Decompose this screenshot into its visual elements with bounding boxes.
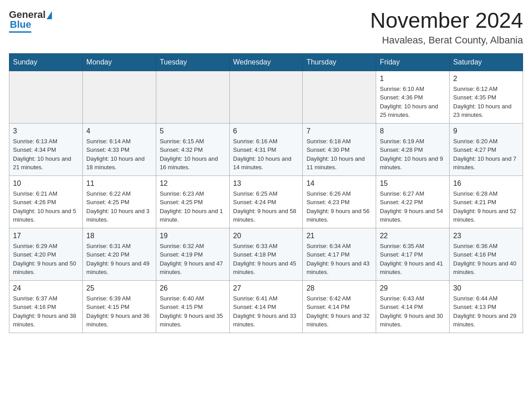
day-info: Sunrise: 6:29 AMSunset: 4:20 PMDaylight:… <box>13 242 79 277</box>
calendar-table: SundayMondayTuesdayWednesdayThursdayFrid… <box>9 53 523 333</box>
day-number: 22 <box>380 232 446 240</box>
day-info: Sunrise: 6:13 AMSunset: 4:34 PMDaylight:… <box>13 137 79 172</box>
calendar-header-wednesday: Wednesday <box>229 53 303 71</box>
day-info: Sunrise: 6:23 AMSunset: 4:25 PMDaylight:… <box>160 189 226 224</box>
day-info: Sunrise: 6:19 AMSunset: 4:28 PMDaylight:… <box>380 137 446 172</box>
day-number: 5 <box>160 127 226 135</box>
day-info: Sunrise: 6:27 AMSunset: 4:22 PMDaylight:… <box>380 189 446 224</box>
day-info: Sunrise: 6:33 AMSunset: 4:18 PMDaylight:… <box>233 242 299 277</box>
calendar-week-row: 17Sunrise: 6:29 AMSunset: 4:20 PMDayligh… <box>9 228 523 280</box>
calendar-cell: 3Sunrise: 6:13 AMSunset: 4:34 PMDaylight… <box>9 123 83 176</box>
day-info: Sunrise: 6:15 AMSunset: 4:32 PMDaylight:… <box>160 137 226 172</box>
logo-blue-text: Blue <box>9 19 31 33</box>
day-info: Sunrise: 6:44 AMSunset: 4:13 PMDaylight:… <box>453 294 519 329</box>
day-number: 17 <box>13 232 79 240</box>
day-info: Sunrise: 6:31 AMSunset: 4:20 PMDaylight:… <box>86 242 152 277</box>
day-number: 30 <box>453 284 519 292</box>
calendar-cell: 21Sunrise: 6:34 AMSunset: 4:17 PMDayligh… <box>303 228 376 280</box>
calendar-cell: 7Sunrise: 6:18 AMSunset: 4:30 PMDaylight… <box>303 123 376 176</box>
calendar-cell <box>156 71 229 123</box>
location-title: Havaleas, Berat County, Albania <box>370 34 523 46</box>
day-number: 14 <box>306 180 372 188</box>
calendar-header-row: SundayMondayTuesdayWednesdayThursdayFrid… <box>9 53 523 71</box>
day-info: Sunrise: 6:22 AMSunset: 4:25 PMDaylight:… <box>86 189 152 224</box>
day-info: Sunrise: 6:40 AMSunset: 4:15 PMDaylight:… <box>160 294 226 329</box>
calendar-cell: 12Sunrise: 6:23 AMSunset: 4:25 PMDayligh… <box>156 176 229 228</box>
day-number: 10 <box>13 180 79 188</box>
calendar-cell: 8Sunrise: 6:19 AMSunset: 4:28 PMDaylight… <box>376 123 450 176</box>
day-number: 2 <box>453 75 519 83</box>
calendar-cell: 17Sunrise: 6:29 AMSunset: 4:20 PMDayligh… <box>9 228 83 280</box>
calendar-cell: 5Sunrise: 6:15 AMSunset: 4:32 PMDaylight… <box>156 123 229 176</box>
day-number: 12 <box>160 180 226 188</box>
calendar-cell: 6Sunrise: 6:16 AMSunset: 4:31 PMDaylight… <box>229 123 303 176</box>
day-info: Sunrise: 6:39 AMSunset: 4:15 PMDaylight:… <box>86 294 152 329</box>
day-info: Sunrise: 6:34 AMSunset: 4:17 PMDaylight:… <box>306 242 372 277</box>
day-info: Sunrise: 6:25 AMSunset: 4:24 PMDaylight:… <box>233 189 299 224</box>
calendar-cell: 1Sunrise: 6:10 AMSunset: 4:36 PMDaylight… <box>376 71 450 123</box>
day-number: 19 <box>160 232 226 240</box>
calendar-header-monday: Monday <box>82 53 156 71</box>
day-info: Sunrise: 6:42 AMSunset: 4:14 PMDaylight:… <box>306 294 372 329</box>
logo: General Blue <box>9 9 52 33</box>
day-info: Sunrise: 6:16 AMSunset: 4:31 PMDaylight:… <box>233 137 299 172</box>
day-number: 3 <box>13 127 79 135</box>
calendar-header-sunday: Sunday <box>9 53 83 71</box>
calendar-cell <box>303 71 376 123</box>
calendar-cell: 4Sunrise: 6:14 AMSunset: 4:33 PMDaylight… <box>82 123 156 176</box>
calendar-cell: 26Sunrise: 6:40 AMSunset: 4:15 PMDayligh… <box>156 280 229 333</box>
day-number: 4 <box>86 127 152 135</box>
month-title: November 2024 <box>370 9 523 33</box>
calendar-cell: 23Sunrise: 6:36 AMSunset: 4:16 PMDayligh… <box>450 228 523 280</box>
day-number: 25 <box>86 284 152 292</box>
calendar-cell: 13Sunrise: 6:25 AMSunset: 4:24 PMDayligh… <box>229 176 303 228</box>
day-info: Sunrise: 6:21 AMSunset: 4:26 PMDaylight:… <box>13 189 79 224</box>
day-info: Sunrise: 6:14 AMSunset: 4:33 PMDaylight:… <box>86 137 152 172</box>
day-number: 27 <box>233 284 299 292</box>
calendar-cell: 16Sunrise: 6:28 AMSunset: 4:21 PMDayligh… <box>450 176 523 228</box>
day-info: Sunrise: 6:32 AMSunset: 4:19 PMDaylight:… <box>160 242 226 277</box>
day-number: 21 <box>306 232 372 240</box>
day-info: Sunrise: 6:28 AMSunset: 4:21 PMDaylight:… <box>453 189 519 224</box>
calendar-cell: 27Sunrise: 6:41 AMSunset: 4:14 PMDayligh… <box>229 280 303 333</box>
calendar-cell: 22Sunrise: 6:35 AMSunset: 4:17 PMDayligh… <box>376 228 450 280</box>
day-number: 23 <box>453 232 519 240</box>
calendar-cell: 9Sunrise: 6:20 AMSunset: 4:27 PMDaylight… <box>450 123 523 176</box>
day-number: 7 <box>306 127 372 135</box>
calendar-cell: 19Sunrise: 6:32 AMSunset: 4:19 PMDayligh… <box>156 228 229 280</box>
calendar-header-thursday: Thursday <box>303 53 376 71</box>
day-info: Sunrise: 6:41 AMSunset: 4:14 PMDaylight:… <box>233 294 299 329</box>
day-number: 20 <box>233 232 299 240</box>
day-info: Sunrise: 6:26 AMSunset: 4:23 PMDaylight:… <box>306 189 372 224</box>
calendar-header-friday: Friday <box>376 53 450 71</box>
day-info: Sunrise: 6:12 AMSunset: 4:35 PMDaylight:… <box>453 85 519 120</box>
calendar-cell: 10Sunrise: 6:21 AMSunset: 4:26 PMDayligh… <box>9 176 83 228</box>
day-info: Sunrise: 6:37 AMSunset: 4:16 PMDaylight:… <box>13 294 79 329</box>
calendar-week-row: 1Sunrise: 6:10 AMSunset: 4:36 PMDaylight… <box>9 71 523 123</box>
calendar-cell: 29Sunrise: 6:43 AMSunset: 4:14 PMDayligh… <box>376 280 450 333</box>
day-number: 1 <box>380 75 446 83</box>
day-number: 15 <box>380 180 446 188</box>
day-number: 11 <box>86 180 152 188</box>
logo-triangle-icon <box>47 11 52 19</box>
day-number: 29 <box>380 284 446 292</box>
day-number: 24 <box>13 284 79 292</box>
day-number: 9 <box>453 127 519 135</box>
calendar-cell <box>82 71 156 123</box>
page-header: General Blue November 2024 Havaleas, Ber… <box>9 9 523 46</box>
calendar-header-tuesday: Tuesday <box>156 53 229 71</box>
calendar-cell: 20Sunrise: 6:33 AMSunset: 4:18 PMDayligh… <box>229 228 303 280</box>
calendar-cell: 24Sunrise: 6:37 AMSunset: 4:16 PMDayligh… <box>9 280 83 333</box>
day-number: 13 <box>233 180 299 188</box>
day-number: 16 <box>453 180 519 188</box>
calendar-cell: 14Sunrise: 6:26 AMSunset: 4:23 PMDayligh… <box>303 176 376 228</box>
calendar-cell <box>229 71 303 123</box>
day-number: 6 <box>233 127 299 135</box>
day-info: Sunrise: 6:35 AMSunset: 4:17 PMDaylight:… <box>380 242 446 277</box>
day-info: Sunrise: 6:36 AMSunset: 4:16 PMDaylight:… <box>453 242 519 277</box>
day-number: 8 <box>380 127 446 135</box>
calendar-cell: 15Sunrise: 6:27 AMSunset: 4:22 PMDayligh… <box>376 176 450 228</box>
calendar-header-saturday: Saturday <box>450 53 523 71</box>
calendar-cell: 30Sunrise: 6:44 AMSunset: 4:13 PMDayligh… <box>450 280 523 333</box>
day-number: 28 <box>306 284 372 292</box>
